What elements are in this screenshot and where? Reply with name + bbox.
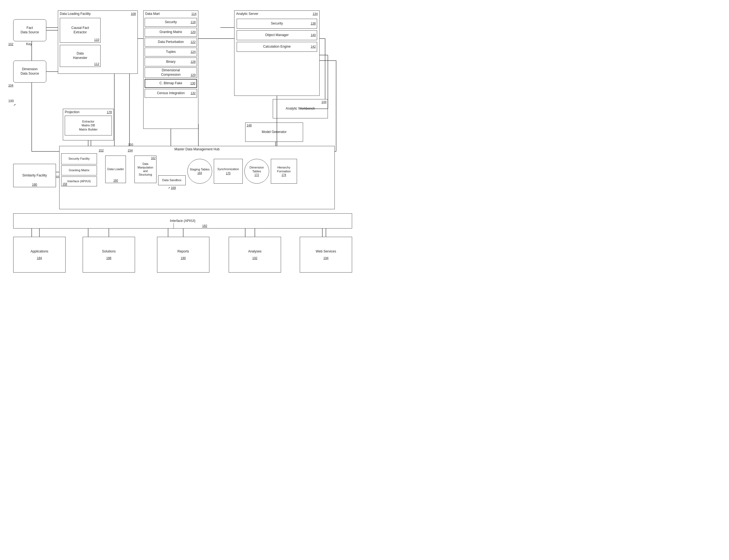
analytic-server-box: Analytic Server 134 Security 138 Object …	[234, 10, 319, 96]
analytic-workbench-box: Analytic Workbench 144	[273, 99, 328, 118]
object-manager-box: Object Manager 140	[237, 30, 317, 40]
master-data-mgmt-box: Master Data Management Hub Security Faci…	[59, 146, 335, 209]
ref-102-label: 102	[8, 42, 13, 46]
analyses-box: Analyses 192	[229, 237, 281, 273]
binary-box: Binary 128	[145, 58, 197, 66]
security-facility-box: Security Facility	[61, 153, 97, 164]
census-integration-box: Census Integration 132	[145, 89, 197, 98]
hierarchy-formation-box: HierarchyFormation 174	[271, 159, 297, 184]
data-loading-facility-box: Data Loading Facility 108 Causal FactExt…	[58, 10, 138, 74]
c-bitmap-fake-box: C. Bitmap Fake 130	[145, 79, 197, 88]
solutions-box: Solutions 188	[83, 237, 135, 273]
extractor-matrix-box: ExtractorMatrix DBMatrix Builder	[65, 116, 112, 135]
projection-extractor-box: Projection 178 ExtractorMatrix DBMatrix …	[63, 109, 114, 140]
data-loader-box: Data Loader 160	[105, 156, 126, 183]
interface-api-ui-hub-box: Interface (API/UI) 158	[61, 176, 97, 186]
ref-104-label: 104	[8, 83, 13, 87]
similarity-facility-box: Similarity Facility 180	[13, 164, 56, 187]
data-sandbox-box: Data Sandbox	[158, 175, 186, 185]
ref-100-label: 100	[8, 99, 14, 103]
fact-data-source-box: FactData Source	[13, 19, 46, 41]
causal-fact-extractor-box: Causal FactExtractor 110	[60, 18, 101, 43]
architecture-diagram: 100 ↗ FactData Source 102 Key DimensionD…	[6, 6, 359, 274]
data-perturbation-box: Data Perturbation 122	[145, 38, 197, 47]
dimension-tables-box: DimensionTables 172	[244, 159, 269, 184]
web-services-box: Web Services 194	[300, 237, 352, 273]
synchronization-box: Synchronization 170	[214, 159, 243, 184]
security-118-box: Security 118	[145, 18, 197, 27]
calculation-engine-box: Calculation Engine 142	[237, 42, 317, 52]
applications-box: Applications 184	[13, 237, 66, 273]
dimensional-compression-box: DimensionalCompression 129	[145, 67, 197, 78]
tuples-box: Tuples 124	[145, 48, 197, 56]
interface-api-ui-main-box: Interface (API/UI) 182	[13, 213, 352, 229]
dimension-data-source-box: DimensionData Source	[13, 61, 46, 83]
granting-matrix-hub-box: Granting Matrix	[61, 165, 97, 175]
model-generator-box: Model Generator 148	[245, 123, 303, 142]
security-138-box: Security 138	[237, 19, 317, 29]
ref-100-arrow: ↗	[13, 103, 16, 107]
data-manip-box: DataManipulationandStructuring 162	[134, 156, 156, 183]
data-mart-outer-box: Data Mart 114 Security 118 Granting Matr…	[143, 10, 198, 129]
staging-tables-box: Staging Tables 164	[187, 159, 212, 184]
key-label: Key	[26, 42, 32, 46]
data-harvester-box: DataHarvester 112	[60, 45, 101, 67]
reports-box: Reports 190	[157, 237, 209, 273]
granting-matrix-120-box: Granting Matrix 120	[145, 28, 197, 37]
